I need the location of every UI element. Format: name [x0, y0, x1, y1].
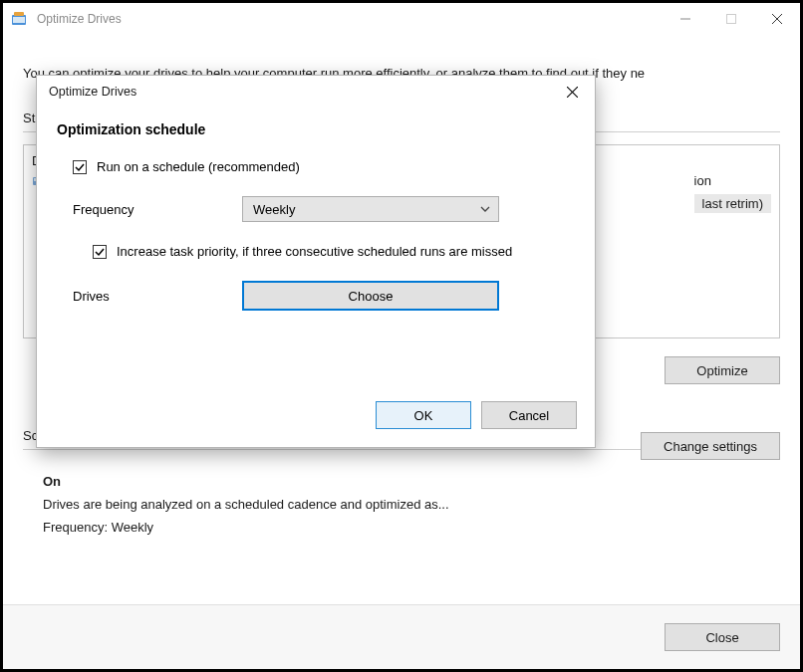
svg-rect-4 — [727, 15, 736, 24]
frequency-selected-value: Weekly — [253, 202, 295, 217]
status-fragment-line1: ion — [694, 173, 771, 188]
run-schedule-row: Run on a schedule (recommended) — [73, 159, 575, 174]
dialog-close-button[interactable] — [549, 76, 595, 108]
app-icon — [11, 11, 27, 27]
schedule-description: Drives are being analyzed on a scheduled… — [43, 497, 780, 512]
status-fragment-line2: last retrim) — [694, 194, 771, 213]
dialog-heading: Optimization schedule — [57, 121, 575, 137]
dialog-footer: OK Cancel — [37, 389, 595, 447]
svg-rect-2 — [13, 17, 25, 23]
chevron-down-icon — [480, 204, 490, 214]
priority-label: Increase task priority, if three consecu… — [117, 244, 512, 259]
drives-label: Drives — [73, 289, 242, 304]
frequency-label: Frequency — [73, 202, 242, 217]
maximize-button[interactable] — [708, 3, 754, 35]
drives-row: Drives Choose — [73, 281, 575, 311]
dialog-titlebar: Optimize Drives — [37, 76, 595, 108]
dialog-body: Optimization schedule Run on a schedule … — [37, 108, 595, 389]
svg-rect-1 — [14, 12, 24, 16]
schedule-dialog: Optimize Drives Optimization schedule Ru… — [36, 75, 596, 448]
choose-drives-button[interactable]: Choose — [242, 281, 499, 311]
run-schedule-checkbox[interactable] — [73, 160, 87, 174]
check-icon — [95, 247, 105, 257]
ok-button[interactable]: OK — [376, 401, 471, 429]
main-window-title: Optimize Drives — [37, 12, 663, 26]
frequency-dropdown[interactable]: Weekly — [242, 196, 499, 222]
cancel-button[interactable]: Cancel — [481, 401, 577, 429]
main-footer: Close — [3, 604, 800, 669]
schedule-status-on: On — [43, 474, 780, 489]
dialog-title: Optimize Drives — [49, 85, 549, 99]
main-titlebar: Optimize Drives — [3, 3, 800, 35]
change-settings-button[interactable]: Change settings — [641, 432, 780, 460]
window-controls — [663, 3, 800, 35]
check-icon — [75, 162, 85, 172]
close-main-button[interactable]: Close — [665, 623, 780, 651]
status-column-fragment: ion last retrim) — [694, 173, 771, 213]
minimize-button[interactable] — [663, 3, 708, 35]
schedule-frequency: Frequency: Weekly — [43, 520, 780, 535]
priority-checkbox[interactable] — [93, 245, 107, 259]
optimize-button[interactable]: Optimize — [665, 356, 780, 384]
close-button[interactable] — [754, 3, 800, 35]
run-schedule-label: Run on a schedule (recommended) — [97, 159, 300, 174]
priority-row: Increase task priority, if three consecu… — [93, 244, 575, 259]
frequency-row: Frequency Weekly — [73, 196, 575, 222]
